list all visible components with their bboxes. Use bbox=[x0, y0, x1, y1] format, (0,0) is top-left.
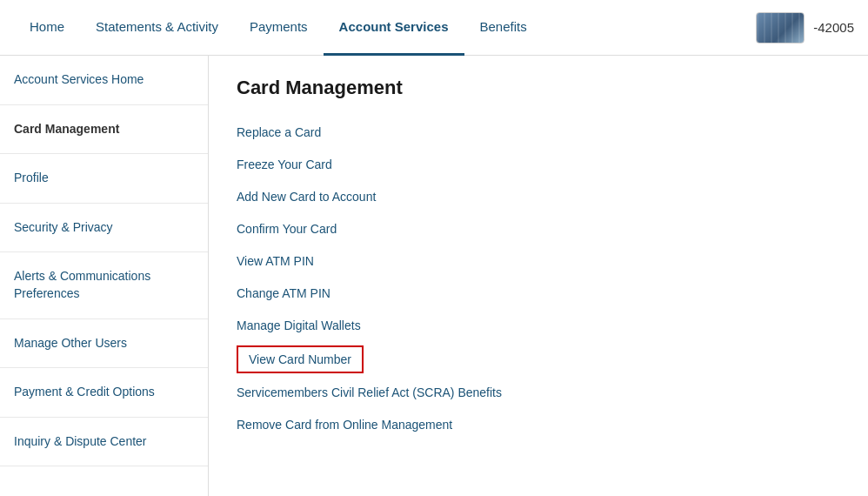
sidebar-item-payment-credit[interactable]: Payment & Credit Options bbox=[0, 368, 208, 418]
nav-item-payments[interactable]: Payments bbox=[234, 1, 324, 56]
menu-link-view-atm-pin[interactable]: View ATM PIN bbox=[237, 245, 840, 278]
page-title: Card Management bbox=[237, 77, 840, 99]
sidebar: Account Services HomeCard ManagementProf… bbox=[0, 56, 209, 496]
sidebar-item-card-management: Card Management bbox=[0, 105, 208, 155]
sidebar-item-account-services-home[interactable]: Account Services Home bbox=[0, 56, 208, 105]
sidebar-item-manage-other-users[interactable]: Manage Other Users bbox=[0, 319, 208, 369]
nav-item-account-services[interactable]: Account Services bbox=[324, 1, 464, 56]
sidebar-item-inquiry-dispute[interactable]: Inquiry & Dispute Center bbox=[0, 418, 208, 467]
content-area: Card Management Replace a CardFreeze You… bbox=[209, 56, 868, 496]
sidebar-item-alerts-communications[interactable]: Alerts & Communications Preferences bbox=[0, 252, 208, 318]
card-thumbnail[interactable] bbox=[756, 12, 805, 44]
menu-link-manage-digital-wallets[interactable]: Manage Digital Wallets bbox=[237, 310, 840, 342]
menu-link-add-new-card[interactable]: Add New Card to Account bbox=[237, 181, 840, 213]
menu-link-replace-card[interactable]: Replace a Card bbox=[237, 117, 840, 149]
account-info: -42005 bbox=[756, 12, 854, 44]
menu-link-change-atm-pin[interactable]: Change ATM PIN bbox=[237, 278, 840, 310]
menu-link-scra-benefits[interactable]: Servicemembers Civil Relief Act (SCRA) B… bbox=[237, 377, 840, 409]
menu-links: Replace a CardFreeze Your CardAdd New Ca… bbox=[237, 117, 840, 441]
sidebar-item-security-privacy[interactable]: Security & Privacy bbox=[0, 204, 208, 253]
menu-link-view-card-number[interactable]: View Card Number bbox=[237, 345, 364, 373]
main-layout: Account Services HomeCard ManagementProf… bbox=[0, 56, 868, 496]
menu-link-confirm-card[interactable]: Confirm Your Card bbox=[237, 213, 840, 245]
sidebar-item-profile[interactable]: Profile bbox=[0, 154, 208, 204]
nav-item-statements[interactable]: Statements & Activity bbox=[80, 1, 234, 56]
menu-link-remove-card[interactable]: Remove Card from Online Management bbox=[237, 409, 840, 441]
nav-items: HomeStatements & ActivityPaymentsAccount… bbox=[14, 0, 756, 55]
nav-item-benefits[interactable]: Benefits bbox=[464, 1, 543, 56]
menu-link-freeze-card[interactable]: Freeze Your Card bbox=[237, 149, 840, 181]
top-navigation: HomeStatements & ActivityPaymentsAccount… bbox=[0, 0, 868, 56]
nav-item-home[interactable]: Home bbox=[14, 1, 80, 56]
account-number: -42005 bbox=[813, 20, 854, 35]
